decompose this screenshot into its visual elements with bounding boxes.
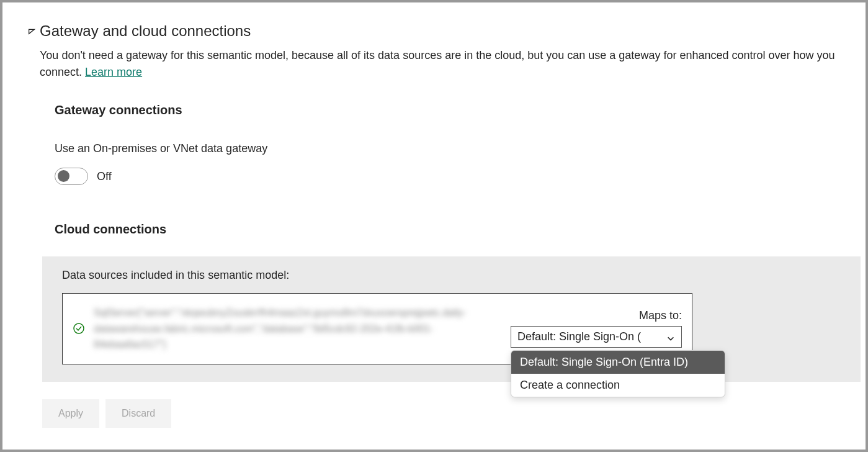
- maps-to-label: Maps to:: [639, 309, 682, 322]
- learn-more-link[interactable]: Learn more: [85, 66, 142, 78]
- gateway-toggle-state: Off: [97, 170, 112, 183]
- data-source-row: SqlServer{"server":"xkqwubnyZouskrrfh4ma…: [62, 293, 692, 364]
- section-title: Gateway and cloud connections: [40, 22, 251, 40]
- data-sources-label: Data sources included in this semantic m…: [62, 269, 846, 282]
- discard-button[interactable]: Discard: [105, 399, 171, 428]
- section-description: You don't need a gateway for this semant…: [40, 47, 861, 81]
- gateway-toggle[interactable]: [55, 168, 88, 185]
- gateway-connections-title: Gateway connections: [55, 103, 861, 117]
- data-sources-panel: Data sources included in this semantic m…: [42, 256, 861, 382]
- cloud-connections-title: Cloud connections: [55, 222, 861, 237]
- svg-point-0: [74, 323, 84, 333]
- dropdown-option-create-connection[interactable]: Create a connection: [511, 374, 725, 397]
- data-source-text-redacted: SqlServer{"server":"xkqwubnyZouskrrfh4ma…: [94, 305, 502, 353]
- collapse-icon[interactable]: [27, 27, 36, 35]
- gateway-toggle-label: Use an On-premises or VNet data gateway: [55, 142, 861, 155]
- status-ok-icon: [73, 322, 85, 335]
- apply-button[interactable]: Apply: [42, 399, 99, 428]
- dropdown-selected-value: Default: Single Sign-On (: [517, 330, 641, 343]
- chevron-down-icon: [666, 333, 675, 341]
- maps-to-dropdown[interactable]: Default: Single Sign-On (: [511, 326, 682, 348]
- dropdown-option-default-sso[interactable]: Default: Single Sign-On (Entra ID): [511, 351, 725, 374]
- dropdown-menu: Default: Single Sign-On (Entra ID) Creat…: [511, 350, 725, 397]
